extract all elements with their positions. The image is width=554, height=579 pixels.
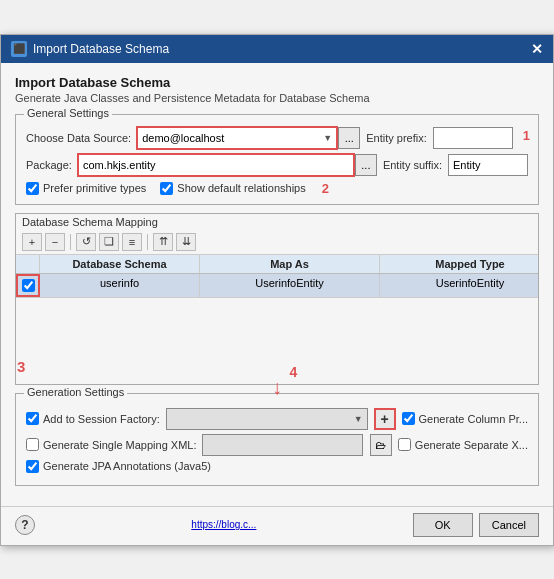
add-session-factory-text: Add to Session Factory: — [43, 413, 160, 425]
prefer-primitive-checkbox-label[interactable]: Prefer primitive types — [26, 182, 146, 195]
gen-separate-x-checkbox[interactable] — [398, 438, 411, 451]
table-body: userinfo UserinfoEntity UserinfoEntity — [16, 274, 538, 384]
datasource-browse-button[interactable]: ... — [338, 127, 360, 149]
dialog-icon: ⬛ — [11, 41, 27, 57]
toolbar-separator-2 — [147, 234, 148, 250]
gen-row-2: Generate Single Mapping XML: 🗁 Generate … — [26, 434, 528, 456]
title-bar-left: ⬛ Import Database Schema — [11, 41, 169, 57]
gen-single-mapping-label[interactable]: Generate Single Mapping XML: — [26, 438, 196, 451]
edit-button[interactable]: ≡ — [122, 233, 142, 251]
generation-settings-title: Generation Settings — [24, 386, 127, 398]
add-session-factory-button[interactable]: + — [374, 408, 396, 430]
copy-button[interactable]: ❏ — [99, 233, 119, 251]
gen-single-mapping-text: Generate Single Mapping XML: — [43, 439, 196, 451]
session-combo-arrow: ▼ — [354, 414, 363, 424]
generation-settings-group: Generation Settings ↓ 4 Add to Session F… — [15, 393, 539, 486]
move-down-button[interactable]: ⇊ — [176, 233, 196, 251]
single-mapping-combo[interactable] — [202, 434, 362, 456]
title-bar-label: Import Database Schema — [33, 42, 169, 56]
annotation-1: 1 — [523, 128, 530, 143]
prefer-primitive-label: Prefer primitive types — [43, 182, 146, 194]
row-schema-cell: userinfo — [40, 274, 200, 297]
entity-prefix-input[interactable] — [433, 127, 513, 149]
toolbar-separator-1 — [70, 234, 71, 250]
datasource-value: demo@localhost — [142, 132, 224, 144]
gen-col-pr-checkbox[interactable] — [402, 412, 415, 425]
package-input[interactable] — [78, 154, 354, 176]
general-settings-title: General Settings — [24, 107, 112, 119]
datasource-combo[interactable]: demo@localhost ▼ — [137, 127, 337, 149]
footer-buttons: OK Cancel — [413, 513, 539, 537]
datasource-input-group: demo@localhost ▼ ... — [137, 127, 360, 149]
entity-suffix-input[interactable] — [448, 154, 528, 176]
annotation-4: 4 — [289, 364, 297, 380]
package-label: Package: — [26, 159, 72, 171]
url-label: https://blog.c... — [191, 519, 256, 530]
move-up-button[interactable]: ⇈ — [153, 233, 173, 251]
single-mapping-browse-button[interactable]: 🗁 — [370, 434, 392, 456]
session-factory-combo[interactable]: ▼ — [166, 408, 368, 430]
gen-row-1: Add to Session Factory: ▼ + Generate Col… — [26, 408, 528, 430]
remove-row-button[interactable]: − — [45, 233, 65, 251]
title-bar: ⬛ Import Database Schema ✕ — [1, 35, 553, 63]
package-input-group: ... — [78, 154, 377, 176]
general-settings-group: General Settings Choose Data Source: dem… — [15, 114, 539, 205]
arrow-annotation-4: ↓ — [272, 376, 282, 399]
col-schema-header: Database Schema — [40, 255, 200, 273]
ok-button[interactable]: OK — [413, 513, 473, 537]
col-checkbox-header — [16, 255, 40, 273]
package-row: Package: ... Entity suffix: — [26, 154, 528, 176]
add-row-button[interactable]: + — [22, 233, 42, 251]
gen-jpa-text: Generate JPA Annotations (Java5) — [43, 460, 211, 472]
mapping-section-title: Database Schema Mapping — [16, 214, 538, 230]
annotation-3: 3 — [17, 358, 25, 375]
gen-jpa-checkbox[interactable] — [26, 460, 39, 473]
entity-prefix-label: Entity prefix: — [366, 132, 427, 144]
gen-col-pr-label[interactable]: Generate Column Pr... — [402, 412, 528, 425]
show-default-relationships-label: Show default relationships — [177, 182, 305, 194]
dialog-header-subtitle: Generate Java Classes and Persistence Me… — [15, 92, 539, 104]
datasource-row: Choose Data Source: demo@localhost ▼ ...… — [26, 127, 528, 149]
refresh-button[interactable]: ↺ — [76, 233, 96, 251]
cancel-button[interactable]: Cancel — [479, 513, 539, 537]
gen-single-mapping-checkbox[interactable] — [26, 438, 39, 451]
show-default-relationships-checkbox[interactable] — [160, 182, 173, 195]
gen-separate-x-text: Generate Separate X... — [415, 439, 528, 451]
combo-arrow-icon: ▼ — [323, 133, 332, 143]
gen-separate-x-label[interactable]: Generate Separate X... — [398, 438, 528, 451]
gen-row-3: Generate JPA Annotations (Java5) — [26, 460, 528, 473]
table-header: Database Schema Map As Mapped Type — [16, 255, 538, 274]
dialog-body: Import Database Schema Generate Java Cla… — [1, 63, 553, 506]
gen-col-pr-text: Generate Column Pr... — [419, 413, 528, 425]
table-row[interactable]: userinfo UserinfoEntity UserinfoEntity — [16, 274, 538, 298]
add-session-factory-label[interactable]: Add to Session Factory: — [26, 412, 160, 425]
add-session-factory-checkbox[interactable] — [26, 412, 39, 425]
import-database-schema-dialog: ⬛ Import Database Schema ✕ Import Databa… — [0, 34, 554, 546]
mapping-toolbar: + − ↺ ❏ ≡ ⇈ ⇊ — [16, 230, 538, 255]
help-button[interactable]: ? — [15, 515, 35, 535]
row-checkbox[interactable] — [22, 279, 35, 292]
mapping-wrapper: Database Schema Mapping + − ↺ ❏ ≡ ⇈ ⇊ Da… — [15, 213, 539, 385]
annotation-2: 2 — [322, 181, 329, 196]
col-mapas-header: Map As — [200, 255, 380, 273]
dialog-footer: ? https://blog.c... OK Cancel — [1, 506, 553, 545]
row-mapas-cell: UserinfoEntity — [200, 274, 380, 297]
gen-jpa-label[interactable]: Generate JPA Annotations (Java5) — [26, 460, 211, 473]
entity-suffix-label: Entity suffix: — [383, 159, 442, 171]
row-checkbox-cell[interactable] — [16, 274, 40, 297]
show-default-relationships-checkbox-label[interactable]: Show default relationships — [160, 182, 305, 195]
col-mappedtype-header: Mapped Type — [380, 255, 554, 273]
package-browse-button[interactable]: ... — [355, 154, 377, 176]
close-button[interactable]: ✕ — [531, 42, 543, 56]
prefer-primitive-checkbox[interactable] — [26, 182, 39, 195]
row-mappedtype-cell: UserinfoEntity — [380, 274, 554, 297]
datasource-label: Choose Data Source: — [26, 132, 131, 144]
dialog-header-title: Import Database Schema — [15, 75, 539, 90]
db-schema-mapping-section: Database Schema Mapping + − ↺ ❏ ≡ ⇈ ⇊ Da… — [15, 213, 539, 385]
general-checkboxes-row: Prefer primitive types Show default rela… — [26, 181, 528, 196]
